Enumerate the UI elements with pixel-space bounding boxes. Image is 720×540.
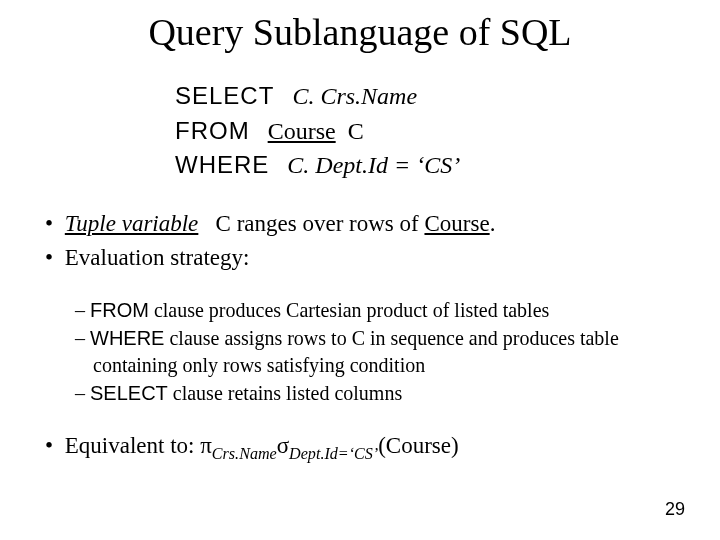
from-alias: C <box>348 118 364 144</box>
term-tuple-variable: Tuple variable <box>65 211 199 236</box>
sub-select-text: clause retains listed columns <box>168 382 402 404</box>
sub-from-text: clause produces Cartesian product of lis… <box>149 299 549 321</box>
bullet-list-2: Equivalent to: πCrs.NameσDept.Id=‘CS’(Co… <box>45 430 675 465</box>
bullet-text-end: . <box>490 211 496 236</box>
sub-from: FROM clause produces Cartesian product o… <box>75 297 675 324</box>
sub-where: WHERE clause assigns rows to C in sequen… <box>75 325 675 379</box>
ra-argument: (Course) <box>378 433 458 458</box>
from-line: FROM Course C <box>175 114 675 149</box>
bullet-list: Tuple variable C ranges over rows of Cou… <box>45 208 675 274</box>
term-course: Course <box>424 211 489 236</box>
from-keyword: FROM <box>175 117 250 144</box>
pi-symbol: π <box>200 433 212 458</box>
sub-list: FROM clause produces Cartesian product o… <box>45 297 675 407</box>
bullet-tuple-variable: Tuple variable C ranges over rows of Cou… <box>45 208 675 240</box>
sub-select: SELECT clause retains listed columns <box>75 380 675 407</box>
sigma-subscript: Dept.Id=‘CS’ <box>289 445 378 462</box>
from-table: Course <box>268 118 336 144</box>
bullet-equivalent: Equivalent to: πCrs.NameσDept.Id=‘CS’(Co… <box>45 430 675 465</box>
where-line: WHERE C. Dept.Id = ‘CS’ <box>175 148 675 183</box>
pi-subscript: Crs.Name <box>212 445 277 462</box>
select-keyword: SELECT <box>175 82 274 109</box>
select-columns: C. Crs.Name <box>292 83 417 109</box>
kw-where: WHERE <box>90 327 164 349</box>
where-condition: C. Dept.Id = ‘CS’ <box>287 152 460 178</box>
page-number: 29 <box>665 499 685 520</box>
bullet-text: C ranges over rows of <box>216 211 425 236</box>
kw-select: SELECT <box>90 382 168 404</box>
slide-title: Query Sublanguage of SQL <box>45 10 675 54</box>
kw-from: FROM <box>90 299 149 321</box>
select-line: SELECT C. Crs.Name <box>175 79 675 114</box>
sub-where-text: clause assigns rows to C in sequence and… <box>93 327 619 376</box>
where-keyword: WHERE <box>175 151 269 178</box>
bullet-evaluation-strategy: Evaluation strategy: <box>45 242 675 274</box>
sigma-symbol: σ <box>277 433 289 458</box>
sql-query-block: SELECT C. Crs.Name FROM Course C WHERE C… <box>175 79 675 183</box>
equivalent-label: Equivalent to: <box>65 433 200 458</box>
